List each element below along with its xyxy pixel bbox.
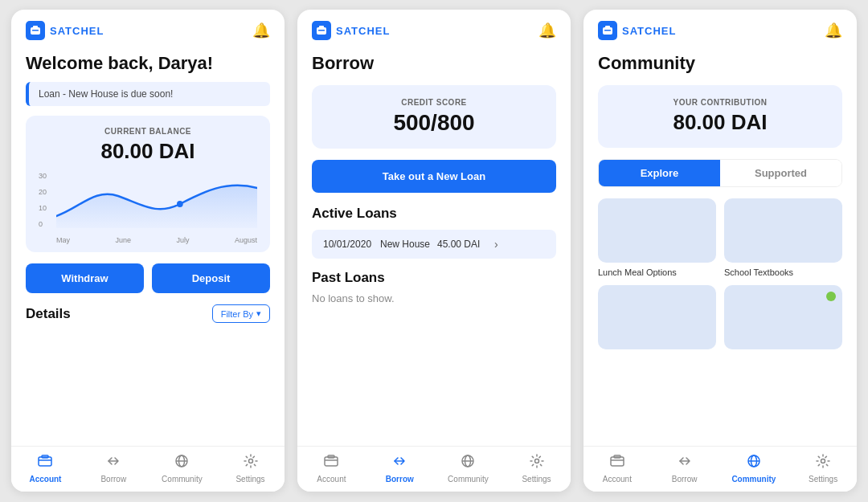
- screen-account: SATCHEL 🔔 Welcome back, Darya! Loan - Ne…: [11, 10, 285, 492]
- community-title: Community: [598, 53, 842, 74]
- svg-point-20: [534, 459, 538, 463]
- header-2: SATCHEL 🔔: [297, 10, 571, 45]
- details-header: Details Filter By ▾: [26, 304, 270, 323]
- nav-label-borrow-2: Borrow: [386, 475, 414, 484]
- community-image-1: [598, 198, 716, 263]
- nav-borrow-1[interactable]: Borrow: [93, 453, 133, 484]
- nav-settings-3[interactable]: Settings: [803, 453, 843, 484]
- no-loans-text: No loans to show.: [312, 292, 556, 304]
- logo-icon-1: [26, 21, 45, 40]
- contribution-value: 80.00 DAI: [611, 110, 829, 135]
- account-icon: [37, 453, 53, 473]
- bell-icon-3[interactable]: 🔔: [825, 22, 842, 39]
- balance-value: 80.00 DAI: [39, 139, 257, 164]
- loan-amount: 45.00 DAI: [437, 239, 488, 250]
- nav-community-3[interactable]: Community: [731, 453, 776, 484]
- active-dot: [826, 292, 836, 301]
- nav-label-settings-3: Settings: [809, 475, 837, 484]
- svg-point-10: [248, 459, 252, 463]
- welcome-title: Welcome back, Darya!: [26, 53, 270, 74]
- community-tabs: Explore Supported: [598, 159, 842, 187]
- screen-borrow: SATCHEL 🔔 Borrow CREDIT SCORE 500/800 Ta…: [297, 10, 571, 492]
- nav-borrow-2[interactable]: Borrow: [379, 453, 420, 484]
- svg-rect-13: [318, 30, 325, 31]
- account-icon-2: [323, 453, 339, 473]
- nav-label-community-2: Community: [448, 475, 489, 484]
- logo-3: SATCHEL: [598, 21, 676, 40]
- community-image-4: [724, 285, 842, 349]
- bell-icon-2[interactable]: 🔔: [538, 22, 556, 39]
- contribution-label: YOUR CONTRIBUTION: [611, 98, 829, 107]
- list-item[interactable]: [598, 285, 716, 354]
- nav-borrow-3[interactable]: Borrow: [665, 453, 705, 484]
- svg-rect-1: [33, 26, 38, 28]
- content-2: Borrow CREDIT SCORE 500/800 Take out a N…: [297, 45, 571, 446]
- screen-community: SATCHEL 🔔 Community YOUR CONTRIBUTION 80…: [583, 10, 857, 492]
- nav-label-settings-1: Settings: [235, 475, 264, 484]
- nav-community-1[interactable]: Community: [162, 453, 203, 484]
- logo-text-3: SATCHEL: [622, 25, 676, 37]
- app-container: SATCHEL 🔔 Welcome back, Darya! Loan - Ne…: [0, 0, 868, 502]
- community-icon-3: [746, 453, 762, 473]
- bottom-nav-2: Account Borrow: [297, 446, 571, 492]
- nav-label-borrow-3: Borrow: [672, 475, 698, 484]
- nav-label-account-3: Account: [603, 475, 632, 484]
- action-buttons: Withdraw Deposit: [26, 263, 270, 293]
- contribution-card: YOUR CONTRIBUTION 80.00 DAI: [598, 85, 842, 148]
- community-icon-2: [460, 453, 476, 473]
- community-image-2: [724, 198, 842, 263]
- content-3: Community YOUR CONTRIBUTION 80.00 DAI Ex…: [583, 45, 857, 446]
- credit-value: 500/800: [325, 110, 543, 136]
- withdraw-button[interactable]: Withdraw: [26, 263, 144, 293]
- community-image-3: [598, 285, 716, 349]
- borrow-icon-1: [105, 453, 121, 473]
- svg-point-3: [177, 201, 183, 207]
- details-title: Details: [26, 306, 71, 322]
- chevron-down-icon: ▾: [256, 308, 261, 319]
- settings-icon-3: [815, 453, 831, 473]
- list-item[interactable]: School Textbooks: [724, 198, 842, 277]
- nav-account-1[interactable]: Account: [25, 453, 65, 484]
- nav-label-account-1: Account: [29, 475, 61, 484]
- logo-text-1: SATCHEL: [50, 25, 104, 37]
- bell-icon-1[interactable]: 🔔: [252, 22, 270, 39]
- deposit-button[interactable]: Deposit: [152, 263, 270, 293]
- chart-x-labels: May June July August: [56, 236, 257, 244]
- logo-2: SATCHEL: [312, 21, 390, 40]
- chart-y-labels: 30 20 10 0: [39, 172, 47, 228]
- filter-button[interactable]: Filter By ▾: [212, 304, 270, 323]
- community-grid: Lunch Meal Options School Textbooks: [598, 198, 842, 354]
- bottom-nav-3: Account Borrow: [583, 446, 857, 492]
- tab-supported[interactable]: Supported: [720, 160, 841, 186]
- header-1: SATCHEL 🔔: [11, 10, 285, 45]
- logo-icon-3: [598, 21, 617, 40]
- bottom-nav-1: Account Borrow: [11, 446, 285, 492]
- community-name-1: Lunch Meal Options: [598, 267, 716, 277]
- nav-account-3[interactable]: Account: [597, 453, 637, 484]
- borrow-icon-2: [391, 453, 407, 473]
- active-loans-title: Active Loans: [312, 206, 556, 222]
- nav-community-2[interactable]: Community: [448, 453, 489, 484]
- list-item[interactable]: [724, 285, 842, 354]
- community-icon-1: [174, 453, 190, 473]
- nav-label-community-1: Community: [162, 475, 203, 484]
- tab-explore[interactable]: Explore: [599, 160, 720, 186]
- header-3: SATCHEL 🔔: [583, 10, 857, 45]
- community-name-2: School Textbooks: [724, 267, 842, 277]
- nav-account-2[interactable]: Account: [311, 453, 351, 484]
- balance-card: CURRENT BALANCE 80.00 DAI 30 20 10 0: [26, 116, 270, 252]
- settings-icon-1: [243, 453, 259, 473]
- past-loans-title: Past Loans: [312, 270, 556, 286]
- credit-card: CREDIT SCORE 500/800: [312, 85, 556, 149]
- svg-rect-22: [605, 26, 610, 28]
- take-loan-button[interactable]: Take out a New Loan: [312, 160, 556, 193]
- settings-icon-2: [529, 453, 545, 473]
- balance-label: CURRENT BALANCE: [39, 127, 257, 136]
- alert-banner: Loan - New House is due soon!: [26, 82, 270, 106]
- loan-row[interactable]: 10/01/2020 New House 45.00 DAI ›: [312, 230, 556, 259]
- svg-rect-12: [319, 26, 324, 28]
- nav-settings-2[interactable]: Settings: [517, 453, 557, 484]
- list-item[interactable]: Lunch Meal Options: [598, 198, 716, 277]
- nav-label-account-2: Account: [317, 475, 346, 484]
- nav-settings-1[interactable]: Settings: [231, 453, 271, 484]
